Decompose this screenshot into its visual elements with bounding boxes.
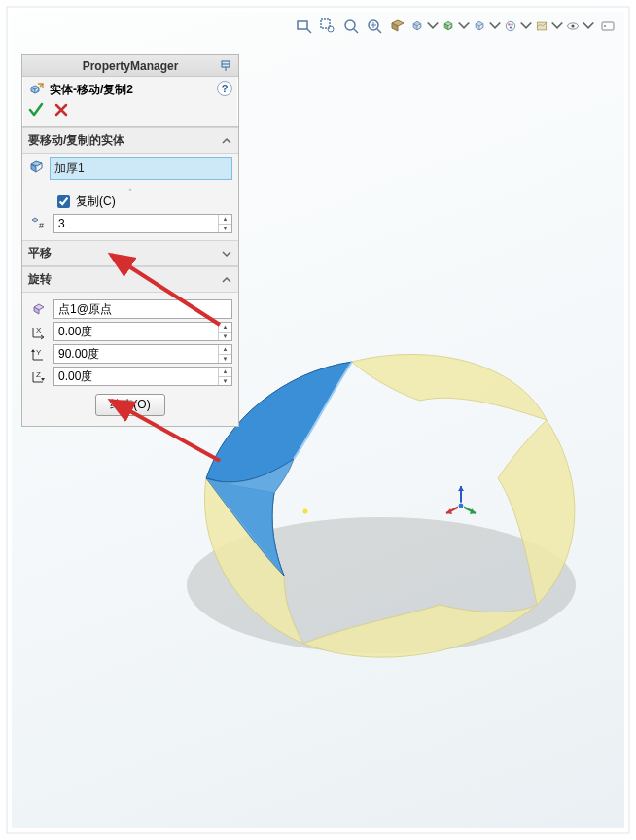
rotation-reference-icon xyxy=(28,300,50,318)
svg-point-3 xyxy=(345,20,355,30)
help-icon[interactable]: ? xyxy=(217,81,232,96)
ok-button[interactable] xyxy=(28,102,44,121)
view-settings-icon[interactable] xyxy=(566,16,595,37)
bodies-selection-list[interactable]: 加厚1 xyxy=(50,158,232,180)
move-copy-body-icon xyxy=(28,81,46,98)
count-icon: # xyxy=(28,216,50,231)
svg-point-6 xyxy=(508,23,510,25)
svg-rect-0 xyxy=(298,21,307,29)
property-manager-panel: PropertyManager 实体-移动/复制2 ? xyxy=(21,54,239,427)
rotate-y-icon: Y xyxy=(28,345,50,363)
origin-triad-icon xyxy=(442,481,480,520)
graphics-viewport[interactable]: PropertyManager 实体-移动/复制2 ? xyxy=(12,12,624,828)
apply-scene-icon[interactable] xyxy=(535,16,564,37)
section-view-icon[interactable] xyxy=(387,16,408,37)
svg-point-14 xyxy=(187,517,576,653)
copy-count-input[interactable]: ▲▼ xyxy=(53,214,232,233)
svg-point-15 xyxy=(303,509,308,514)
svg-rect-24 xyxy=(0,0,636,8)
resize-handle-icon[interactable]: ◦ xyxy=(28,184,232,190)
rotate-z-input[interactable]: ▲▼ xyxy=(53,367,232,386)
display-style-icon[interactable] xyxy=(442,16,471,37)
svg-text:Z: Z xyxy=(36,370,41,379)
spin-up-icon[interactable]: ▲ xyxy=(219,215,231,225)
feature-header: 实体-移动/复制2 ? xyxy=(22,77,238,100)
svg-rect-12 xyxy=(602,22,614,30)
svg-rect-26 xyxy=(0,0,8,840)
zoom-to-area-icon[interactable] xyxy=(317,16,338,37)
previous-view-icon[interactable] xyxy=(340,16,362,37)
svg-point-13 xyxy=(604,25,606,27)
render-icon[interactable] xyxy=(597,16,618,37)
rotate-z-icon: Z xyxy=(28,368,50,385)
rotate-y-input[interactable]: ▲▼ xyxy=(53,344,232,364)
rotate-x-icon: X xyxy=(28,323,50,340)
zoom-window-icon[interactable] xyxy=(364,16,385,37)
pm-title: PropertyManager xyxy=(22,55,238,77)
section-bodies-header[interactable]: 要移动/复制的实体 xyxy=(22,127,238,154)
chevron-up-icon xyxy=(221,135,232,147)
chevron-down-icon xyxy=(221,248,232,260)
hide-show-items-icon[interactable] xyxy=(473,16,502,37)
chevron-up-icon xyxy=(221,274,232,286)
svg-point-16 xyxy=(458,503,464,508)
section-rotate-header[interactable]: 旋转 xyxy=(22,266,238,293)
svg-point-11 xyxy=(571,24,574,27)
solid-body-icon xyxy=(28,158,46,178)
spin-down-icon[interactable]: ▼ xyxy=(219,225,231,233)
view-orientation-icon[interactable] xyxy=(410,16,440,37)
svg-point-8 xyxy=(510,26,512,28)
copy-checkbox[interactable]: 复制(C) xyxy=(53,192,116,211)
svg-text:X: X xyxy=(36,326,42,334)
heads-up-toolbar xyxy=(294,16,618,37)
feature-name: 实体-移动/复制2 xyxy=(50,82,133,98)
svg-rect-25 xyxy=(0,832,636,840)
svg-text:#: # xyxy=(39,221,44,230)
svg-point-5 xyxy=(506,21,514,30)
svg-point-2 xyxy=(328,26,334,32)
rotate-x-input[interactable]: ▲▼ xyxy=(53,322,232,341)
cancel-button[interactable] xyxy=(53,102,69,121)
rotation-reference-input[interactable]: 点1@原点 xyxy=(53,299,232,319)
zoom-to-fit-icon[interactable] xyxy=(294,16,315,37)
svg-point-7 xyxy=(511,23,512,25)
section-translate-header[interactable]: 平移 xyxy=(22,240,238,266)
svg-rect-27 xyxy=(628,0,636,840)
svg-text:Y: Y xyxy=(36,348,42,357)
pin-panel-icon[interactable] xyxy=(217,57,234,75)
edit-appearance-icon[interactable] xyxy=(504,16,533,37)
constraints-button[interactable]: 约束(O) xyxy=(95,394,164,416)
